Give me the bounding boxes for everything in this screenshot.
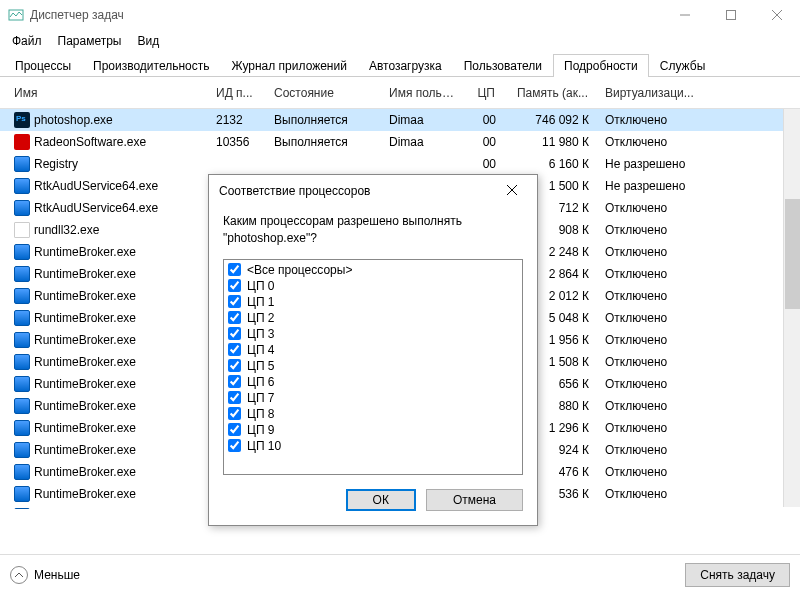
tabs: ПроцессыПроизводительностьЖурнал приложе… — [0, 52, 800, 77]
cell-virt: Отключено — [597, 133, 717, 151]
process-icon — [14, 354, 30, 370]
cpu-item[interactable]: ЦП 3 — [226, 326, 520, 342]
col-status[interactable]: Состояние — [266, 80, 381, 106]
svg-rect-2 — [727, 11, 736, 20]
cpu-item[interactable]: ЦП 2 — [226, 310, 520, 326]
table-row[interactable]: Registry006 160 КНе разрешено — [0, 153, 800, 175]
cpu-checkbox[interactable] — [228, 295, 241, 308]
end-task-button[interactable]: Снять задачу — [685, 563, 790, 587]
cpu-checkbox[interactable] — [228, 279, 241, 292]
cpu-checkbox[interactable] — [228, 423, 241, 436]
process-icon — [14, 398, 30, 414]
cpu-item[interactable]: ЦП 5 — [226, 358, 520, 374]
affinity-dialog: Соответствие процессоров Каким процессор… — [208, 174, 538, 526]
cell-user: Dimaa — [381, 111, 466, 129]
dialog-titlebar[interactable]: Соответствие процессоров — [209, 175, 537, 207]
process-icon — [14, 310, 30, 326]
scrollbar-thumb[interactable] — [785, 199, 800, 309]
process-icon — [14, 508, 30, 509]
cpu-item[interactable]: ЦП 10 — [226, 438, 520, 454]
cell-virt: Отключено — [597, 485, 717, 503]
tab-6[interactable]: Службы — [649, 54, 716, 77]
cpu-checkbox[interactable] — [228, 375, 241, 388]
dialog-question: Каким процессорам разрешено выполнять "p… — [223, 213, 523, 247]
cell-mem: 746 092 К — [504, 111, 597, 129]
tab-3[interactable]: Автозагрузка — [358, 54, 453, 77]
window-title: Диспетчер задач — [30, 8, 662, 22]
table-row[interactable]: photoshop.exe2132ВыполняетсяDimaa00746 0… — [0, 109, 800, 131]
col-pid[interactable]: ИД п... — [208, 80, 266, 106]
cell-virt: Отключено — [597, 375, 717, 393]
cell-status: Выполняется — [266, 111, 381, 129]
cpu-item[interactable]: ЦП 9 — [226, 422, 520, 438]
cpu-checkbox[interactable] — [228, 439, 241, 452]
chevron-up-icon — [10, 566, 28, 584]
process-icon — [14, 288, 30, 304]
menu-options[interactable]: Параметры — [50, 32, 130, 50]
tab-2[interactable]: Журнал приложений — [221, 54, 358, 77]
cell-status — [266, 162, 381, 166]
cpu-checkbox[interactable] — [228, 263, 241, 276]
cpu-label: ЦП 0 — [247, 279, 275, 293]
process-icon — [14, 178, 30, 194]
scrollbar-vertical[interactable] — [783, 109, 800, 507]
process-icon — [14, 244, 30, 260]
cell-mem: 6 160 К — [504, 155, 597, 173]
process-name: Registry — [34, 157, 78, 171]
process-icon — [14, 420, 30, 436]
process-name: RuntimeBroker.exe — [34, 443, 136, 457]
fewer-details-button[interactable]: Меньше — [10, 566, 80, 584]
tab-0[interactable]: Процессы — [4, 54, 82, 77]
table-row[interactable]: RadeonSoftware.exe10356ВыполняетсяDimaa0… — [0, 131, 800, 153]
minimize-button[interactable] — [662, 0, 708, 30]
cpu-list[interactable]: <Все процессоры>ЦП 0ЦП 1ЦП 2ЦП 3ЦП 4ЦП 5… — [223, 259, 523, 475]
cpu-checkbox[interactable] — [228, 407, 241, 420]
col-cpu[interactable]: ЦП — [466, 80, 504, 106]
cell-virt: Отключено — [597, 353, 717, 371]
cell-virt: Отключено — [597, 441, 717, 459]
tab-1[interactable]: Производительность — [82, 54, 220, 77]
dialog-close-button[interactable] — [497, 183, 527, 199]
cpu-item[interactable]: ЦП 7 — [226, 390, 520, 406]
cpu-label: ЦП 8 — [247, 407, 275, 421]
app-icon — [8, 7, 24, 23]
process-icon — [14, 376, 30, 392]
cpu-checkbox[interactable] — [228, 391, 241, 404]
close-button[interactable] — [754, 0, 800, 30]
cpu-checkbox[interactable] — [228, 327, 241, 340]
process-name: RtkAudUService64.exe — [34, 201, 158, 215]
process-name: RuntimeBroker.exe — [34, 245, 136, 259]
process-name: RuntimeBroker.exe — [34, 289, 136, 303]
cpu-item[interactable]: ЦП 0 — [226, 278, 520, 294]
tab-5[interactable]: Подробности — [553, 54, 649, 77]
cpu-item[interactable]: ЦП 1 — [226, 294, 520, 310]
cpu-item[interactable]: ЦП 4 — [226, 342, 520, 358]
cpu-checkbox[interactable] — [228, 359, 241, 372]
col-mem[interactable]: Память (ак... — [504, 80, 597, 106]
col-virt[interactable]: Виртуализаци... — [597, 80, 717, 106]
cpu-item[interactable]: ЦП 8 — [226, 406, 520, 422]
col-name[interactable]: Имя — [6, 80, 208, 106]
cpu-checkbox[interactable] — [228, 343, 241, 356]
cell-pid — [208, 162, 266, 166]
process-icon — [14, 200, 30, 216]
process-icon — [14, 222, 30, 238]
cell-virt: Отключено — [597, 331, 717, 349]
cell-status: Выполняется — [266, 133, 381, 151]
cell-virt: Отключено — [597, 265, 717, 283]
dialog-ok-button[interactable]: ОК — [346, 489, 416, 511]
process-icon — [14, 442, 30, 458]
menu-file[interactable]: Файл — [4, 32, 50, 50]
cell-virt: Отключено — [597, 463, 717, 481]
cpu-item[interactable]: ЦП 6 — [226, 374, 520, 390]
col-user[interactable]: Имя польз... — [381, 80, 466, 106]
process-name: RuntimeBroker.exe — [34, 487, 136, 501]
cpu-item[interactable]: <Все процессоры> — [226, 262, 520, 278]
cpu-label: ЦП 9 — [247, 423, 275, 437]
maximize-button[interactable] — [708, 0, 754, 30]
tab-4[interactable]: Пользователи — [453, 54, 553, 77]
process-icon — [14, 332, 30, 348]
cpu-checkbox[interactable] — [228, 311, 241, 324]
dialog-cancel-button[interactable]: Отмена — [426, 489, 523, 511]
menu-view[interactable]: Вид — [129, 32, 167, 50]
